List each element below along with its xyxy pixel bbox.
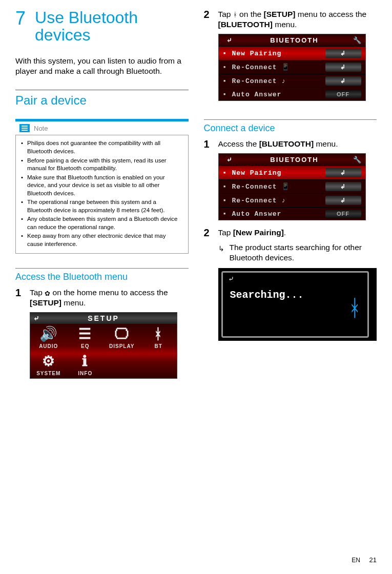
connect-step-2: 2 Tap [New Pairing]. xyxy=(204,228,377,238)
wrench-icon[interactable]: 🔧 xyxy=(351,36,362,44)
bt-new-pairing[interactable]: ▪New Pairing ↲ xyxy=(219,46,365,60)
access-step-2: 2 Tap ᚼ on the [SETUP] menu to access th… xyxy=(204,9,377,30)
bluetooth-icon: ᚼ xyxy=(141,327,176,341)
setup-bt[interactable]: ᚼBT xyxy=(140,324,177,351)
step-number: 2 xyxy=(204,9,212,19)
bt-new-pairing[interactable]: ▪New Pairing ↲ xyxy=(219,166,365,179)
note-item: The operational range between this syste… xyxy=(27,198,183,214)
enter-icon[interactable]: ↲ xyxy=(325,168,361,177)
bt-reconnect-audio[interactable]: ▪Re-Connect ♪ ↲ xyxy=(219,74,365,88)
equalizer-icon: ☰ xyxy=(68,327,103,341)
note-item: Before pairing a device with this system… xyxy=(27,157,183,173)
wrench-icon[interactable]: 🔧 xyxy=(351,156,362,163)
footer-page: 21 xyxy=(369,556,377,564)
note-item: Any obstacle between this system and a B… xyxy=(27,215,183,231)
enter-icon[interactable]: ↲ xyxy=(325,182,361,191)
note-item: Keep away from any other electronic devi… xyxy=(27,232,183,248)
bluetooth-title: BIUETOOTH xyxy=(238,156,351,163)
setup-system[interactable]: ⚙SYSTEM xyxy=(30,351,67,378)
info-icon: ℹ xyxy=(68,354,103,368)
chapter-title: Use Bluetooth devices xyxy=(35,9,188,44)
searching-label: Searching... xyxy=(230,289,304,301)
bluetooth-menu-screenshot-2: ⤶ BIUETOOTH 🔧 ▪New Pairing ↲ ▪Re-Connect… xyxy=(218,153,377,220)
note-item: Make sure that Bluetooth function is ena… xyxy=(27,174,183,198)
result-arrow-icon: ↳ xyxy=(218,244,224,263)
note-block: Note Philips does not guarantee the comp… xyxy=(15,119,189,254)
setup-display[interactable]: 🖵DISPLAY xyxy=(104,324,140,351)
phone-icon: 📱 xyxy=(281,64,290,71)
back-icon[interactable]: ⤶ xyxy=(222,156,238,163)
off-toggle[interactable]: OFF xyxy=(325,90,361,98)
section-rule xyxy=(15,90,189,90)
section-rule xyxy=(15,268,189,269)
searching-screenshot: ⤶ Searching... ᚼ xyxy=(218,268,377,341)
access-step-1: 1 Tap ✿ on the home menu to access the [… xyxy=(15,288,189,308)
chapter-number: 7 xyxy=(15,9,26,28)
off-toggle[interactable]: OFF xyxy=(325,210,361,218)
enter-icon[interactable]: ↲ xyxy=(325,63,361,72)
gear-icon: ⚙ xyxy=(31,354,66,368)
back-icon[interactable]: ⤶ xyxy=(33,314,41,322)
access-heading: Access the Bluetooth menu xyxy=(15,272,189,282)
footer-lang: EN xyxy=(352,557,360,564)
step-number: 1 xyxy=(204,139,212,149)
back-icon[interactable]: ⤶ xyxy=(222,36,238,44)
bluetooth-title: BIUETOOTH xyxy=(238,36,351,44)
bt-auto-answer[interactable]: ▪Auto Answer OFF xyxy=(219,88,365,100)
enter-icon[interactable]: ↲ xyxy=(325,76,361,86)
step-result: ↳ The product starts searching for other… xyxy=(218,242,377,263)
gear-icon: ✿ xyxy=(45,290,50,297)
music-icon: ♪ xyxy=(281,77,286,85)
note-label: Note xyxy=(34,125,48,132)
pair-heading: Pair a device xyxy=(15,93,189,108)
speaker-icon: 🔊 xyxy=(31,327,66,341)
setup-audio[interactable]: 🔊AUDIO xyxy=(30,324,67,351)
phone-icon: 📱 xyxy=(281,183,290,191)
intro-paragraph: With this system, you can listen to audi… xyxy=(15,56,189,76)
step-number: 2 xyxy=(204,228,212,238)
display-icon: 🖵 xyxy=(105,327,139,341)
connect-step-1: 1 Access the [BLUETOOTH] menu. xyxy=(204,139,377,149)
note-item: Philips does not guarantee the compatibi… xyxy=(27,139,183,155)
step-number: 1 xyxy=(15,288,24,298)
note-icon xyxy=(19,124,30,132)
enter-icon[interactable]: ↲ xyxy=(325,196,361,205)
enter-icon[interactable]: ↲ xyxy=(325,49,361,58)
bluetooth-icon: ᚼ xyxy=(348,295,361,321)
back-icon[interactable]: ⤶ xyxy=(228,275,234,283)
chapter-heading: 7 Use Bluetooth devices xyxy=(15,9,189,44)
bt-reconnect-phone[interactable]: ▪Re-Connect 📱 ↲ xyxy=(219,60,365,74)
setup-info[interactable]: ℹINFO xyxy=(67,351,104,378)
music-icon: ♪ xyxy=(281,197,286,204)
section-rule xyxy=(204,119,377,120)
bluetooth-menu-screenshot: ⤶ BIUETOOTH 🔧 ▪New Pairing ↲ ▪Re-Connect… xyxy=(218,34,377,101)
bt-reconnect-audio[interactable]: ▪Re-Connect ♪ ↲ xyxy=(219,193,365,207)
bt-reconnect-phone[interactable]: ▪Re-Connect 📱 ↲ xyxy=(219,179,365,193)
page-footer: EN 21 xyxy=(352,556,377,564)
setup-title: SETUP xyxy=(88,314,119,322)
setup-eq[interactable]: ☰EQ xyxy=(67,324,104,351)
connect-heading: Connect a device xyxy=(204,123,377,134)
setup-screenshot: ⤶ SETUP 🔊AUDIO ☰EQ 🖵DISPLAY ᚼBT ⚙SYSTEM … xyxy=(30,312,189,379)
bt-auto-answer[interactable]: ▪Auto Answer OFF xyxy=(219,207,365,220)
bluetooth-icon: ᚼ xyxy=(233,11,237,18)
